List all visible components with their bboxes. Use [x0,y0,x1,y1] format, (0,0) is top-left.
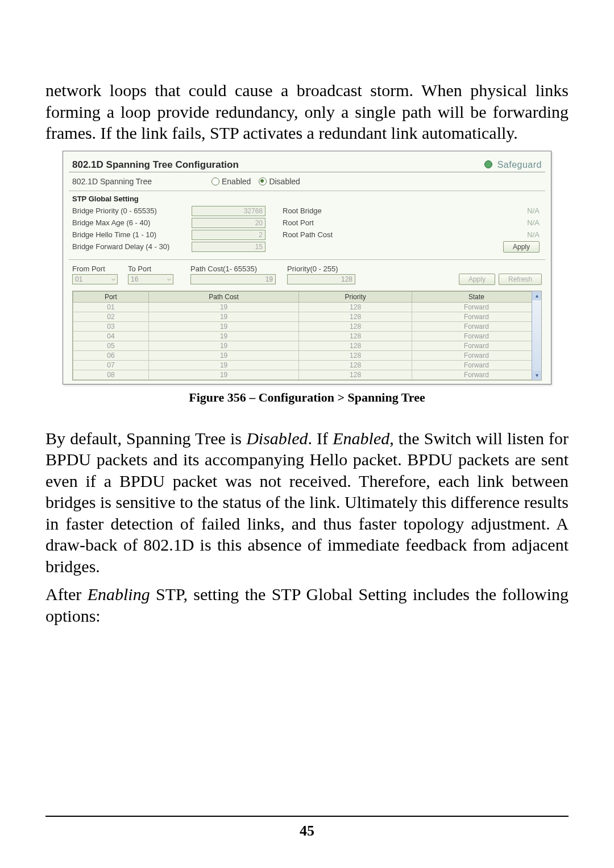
table-cell: 128 [299,331,412,341]
table-row: 0819128Forward [73,370,541,379]
apply-range-button[interactable]: Apply [459,274,495,285]
table-cell: 19 [148,350,298,360]
table-row: 0519128Forward [73,341,541,350]
root-pathcost-value: N/A [362,230,542,239]
table-row: 0319128Forward [73,321,541,331]
table-row: 0419128Forward [73,331,541,341]
table-cell: 02 [73,312,149,321]
refresh-button[interactable]: Refresh [499,274,542,285]
radio-disabled-label: Disabled [269,177,300,186]
paragraph-2: By default, Spanning Tree is Disabled. I… [45,428,569,577]
global-setting-title: STP Global Setting [69,191,545,204]
page: network loops that could cause a broadca… [0,0,614,868]
bridge-priority-label: Bridge Priority (0 - 65535) [72,206,192,215]
table-cell: Forward [412,341,541,350]
priority-label: Priority(0 - 255) [287,264,355,273]
stp-config-screenshot: 802.1D Spanning Tree Configuration Safeg… [63,151,551,385]
stp-toggle-label: 802.1D Spanning Tree [72,177,211,186]
radio-icon [259,177,267,185]
root-bridge-value: N/A [362,206,542,215]
footer-divider [45,816,569,817]
root-port-label: Root Port [283,218,362,227]
table-cell: 03 [73,321,149,331]
bridge-priority-input[interactable]: 32768 [192,206,265,216]
global-settings: Bridge Priority (0 - 65535) 32768 Root B… [69,206,545,257]
table-cell: Forward [412,321,541,331]
radio-icon [211,177,219,185]
safeguard-icon [484,160,492,168]
table-cell: 07 [73,360,149,370]
table-row: 0119128Forward [73,302,541,312]
figure-caption: Figure 356 – Configuration > Spanning Tr… [45,390,569,405]
root-port-value: N/A [362,218,542,227]
root-pathcost-label: Root Path Cost [283,230,362,239]
table-cell: 128 [299,350,412,360]
priority-input[interactable]: 128 [287,274,355,284]
apply-global-button[interactable]: Apply [503,241,540,253]
table-header-row: Port Path Cost Priority State [73,291,541,302]
to-port-label: To Port [128,264,173,273]
bridge-maxage-label: Bridge Max Age (6 - 40) [72,218,192,227]
table-cell: 19 [148,360,298,370]
from-port-select[interactable]: 01 [72,274,118,284]
table-cell: Forward [412,302,541,312]
panel-title: 802.1D Spanning Tree Configuration [72,159,239,171]
table-cell: 05 [73,341,149,350]
root-bridge-label: Root Bridge [283,206,362,215]
radio-disabled[interactable]: Disabled [259,177,300,186]
table-cell: 128 [299,360,412,370]
table-cell: 19 [148,302,298,312]
radio-enabled-label: Enabled [222,177,251,186]
scroll-up-icon[interactable]: ▴ [532,291,541,300]
table-cell: 128 [299,302,412,312]
radio-enabled[interactable]: Enabled [211,177,251,186]
table-cell: 19 [148,341,298,350]
table-row: 0619128Forward [73,350,541,360]
page-number: 45 [0,822,614,840]
table-cell: 19 [148,370,298,379]
port-table: Port Path Cost Priority State 0119128For… [72,291,542,381]
table-cell: 08 [73,370,149,379]
table-cell: 128 [299,341,412,350]
pathcost-input[interactable]: 19 [190,274,276,284]
th-priority: Priority [299,291,412,302]
scroll-down-icon[interactable]: ▾ [532,371,541,380]
bridge-hello-input[interactable]: 2 [192,230,265,240]
table-row: 0219128Forward [73,312,541,321]
th-port: Port [73,291,149,302]
bridge-hello-label: Bridge Hello Time (1 - 10) [72,230,192,239]
table-cell: Forward [412,312,541,321]
table-row: 0719128Forward [73,360,541,370]
th-pathcost: Path Cost [148,291,298,302]
table-cell: 01 [73,302,149,312]
bridge-fwddelay-label: Bridge Forward Delay (4 - 30) [72,242,192,251]
table-cell: 128 [299,370,412,379]
to-port-select[interactable]: 16 [128,274,173,284]
pathcost-label: Path Cost(1- 65535) [190,264,276,273]
table-cell: 128 [299,321,412,331]
from-port-label: From Port [72,264,118,273]
safeguard-label: Safeguard [497,160,542,170]
table-cell: 19 [148,321,298,331]
bridge-fwddelay-input[interactable]: 15 [192,242,265,252]
table-cell: 19 [148,312,298,321]
intro-paragraph: network loops that could cause a broadca… [45,80,569,144]
safeguard-badge: Safeguard [484,160,542,170]
table-cell: 04 [73,331,149,341]
table-scrollbar[interactable]: ▴ ▾ [532,291,541,380]
table-cell: Forward [412,331,541,341]
table-cell: 06 [73,350,149,360]
table-cell: 128 [299,312,412,321]
bridge-maxage-input[interactable]: 20 [192,218,265,228]
table-cell: Forward [412,350,541,360]
table-cell: Forward [412,370,541,379]
th-state: State [412,291,541,302]
panel-titlebar: 802.1D Spanning Tree Configuration Safeg… [69,157,545,172]
paragraph-3: After Enabling STP, setting the STP Glob… [45,584,569,626]
table-cell: 19 [148,331,298,341]
table-cell: Forward [412,360,541,370]
